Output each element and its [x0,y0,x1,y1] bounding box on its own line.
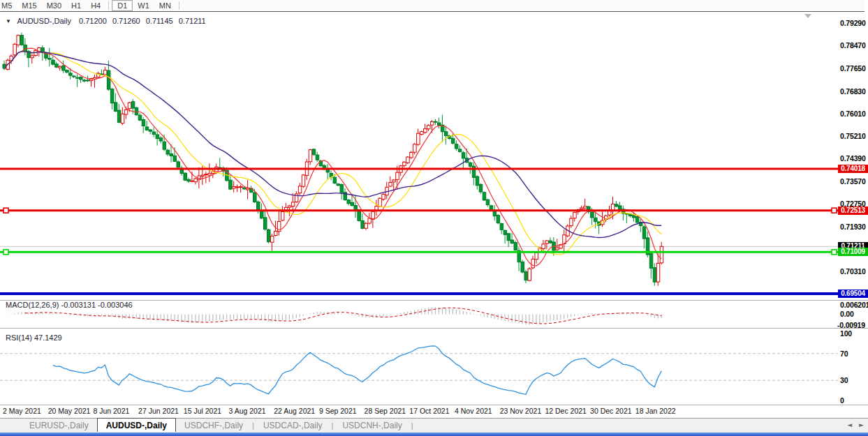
price-axis-label: 0.78470 [840,41,868,50]
price-axis-label: 0.70310 [840,267,868,276]
macd-signal-line [25,308,661,324]
macd-histogram [4,307,661,324]
price-axis-label: 0.76010 [840,110,868,118]
price-axis-label: 0.71930 [840,223,868,231]
price-badge-0.69504[interactable]: 0.69504 [838,290,868,298]
timeframe-d1-button[interactable]: D1 [112,0,133,11]
macd-axis-label: 0.00 [840,310,868,318]
date-axis-label: 15 Jul 2021 [184,407,221,415]
date-axis-label: 3 Aug 2021 [229,407,266,415]
macd-indicator-label: MACD(12,26,9) -0.003131 -0.003046 [6,301,133,309]
toolbar-separator [179,1,179,10]
rsi-axis-label: 70 [840,349,868,358]
timeframe-h1-button[interactable]: H1 [66,1,86,10]
price-badge-0.72513[interactable]: 0.72513 [838,206,868,215]
window-bottom-edge [0,433,868,436]
price-axis-label: 0.74390 [840,154,868,163]
price-badge-0.74018[interactable]: 0.74018 [838,165,868,173]
chart-symbol-title: AUDUSD-,Daily [17,17,71,25]
date-axis-label: 17 Oct 2021 [409,407,449,415]
symbol-dropdown-icon[interactable]: ▼ [6,18,11,24]
date-axis-label: 8 Jun 2021 [93,407,129,415]
price-axis-label: 0.76830 [840,87,868,96]
rsi-axis-label: 30 [840,376,868,384]
timeframe-m30-button[interactable]: M30 [42,1,66,10]
chart-title-row: ▼ AUDUSD-,Daily 0.71200 0.71260 0.71145 … [6,17,209,25]
price-badge-0.71009[interactable]: 0.71009 [838,248,868,256]
ohlc-high: 0.71260 [112,17,140,25]
rsi-axis-label: 100 [840,329,868,338]
timeframe-h4-button[interactable]: H4 [86,1,105,10]
date-axis-label: 4 Nov 2021 [455,407,492,415]
scroll-right-icon[interactable]: ► [859,421,864,428]
tab-usdchf[interactable]: USDCHF-,Daily [176,419,251,432]
timeframe-m5-button[interactable]: M5 [0,1,17,10]
moving-average-14 [4,52,661,255]
ohlc-close: 0.71211 [179,17,206,25]
toolbar-separator [108,1,109,10]
tab-usdcnh[interactable]: USDCNH-,Daily [334,419,410,432]
moving-average-6 [4,48,661,266]
macd-axis-label: 0.0062010 [840,301,868,309]
date-axis-label: 28 Sep 2021 [365,407,406,415]
chart-canvas[interactable] [0,0,868,436]
rsi-indicator-label: RSI(14) 47.1429 [6,333,62,342]
date-axis-label: 9 Sep 2021 [319,407,357,415]
chart-shift-marker[interactable] [804,14,811,18]
date-axis-label: 22 Aug 2021 [274,407,315,415]
price-axis-label: 0.77650 [840,64,868,73]
ohlc-low: 0.71145 [146,17,173,25]
tab-audusd[interactable]: AUDUSD-,Daily [97,418,176,432]
tab-separator: | [252,421,254,430]
tab-usdcad[interactable]: USDCAD-,Daily [255,419,331,432]
date-axis-label: 23 Nov 2021 [500,407,542,415]
tab-scroll-arrows: ◄► [847,421,864,428]
chart-tabs-bar: EURUSD-,DailyAUDUSD-,DailyUSDCHF-,Daily|… [0,418,868,433]
date-axis-label: 20 May 2021 [48,407,91,415]
ohlc-open: 0.71200 [79,17,107,25]
price-axis-label: 0.73570 [840,177,868,186]
date-axis-label: 30 Dec 2021 [590,407,632,415]
date-axis-label: 2 May 2021 [3,407,41,415]
timeframe-w1-button[interactable]: W1 [133,1,154,10]
date-axis-label: 12 Dec 2021 [545,407,587,415]
tab-eurusd[interactable]: EURUSD-,Daily [21,419,97,432]
price-axis-label: 0.79290 [840,19,868,27]
mt4-window: M5M15M30H1H4D1W1MN ▼ AUDUSD-,Daily 0.712… [0,0,868,436]
tab-separator: | [332,421,334,430]
macd-axis-label: -0.0091917 [837,321,865,329]
scroll-left-icon[interactable]: ◄ [847,421,852,428]
date-axis-label: 27 Jun 2021 [138,407,179,415]
timeframe-m15-button[interactable]: M15 [17,1,41,10]
rsi-line [53,346,662,395]
timeframe-toolbar: M5M15M30H1H4D1W1MN [0,0,865,12]
horizontal-lines-layer[interactable] [0,169,838,294]
tab-separator: | [411,421,413,430]
price-axis-label: 0.75210 [840,132,868,140]
date-axis-label: 18 Jan 2022 [635,407,676,415]
candles-layer [3,32,663,285]
rsi-axis-label: 0 [840,396,868,405]
timeframe-mn-button[interactable]: MN [154,1,176,10]
